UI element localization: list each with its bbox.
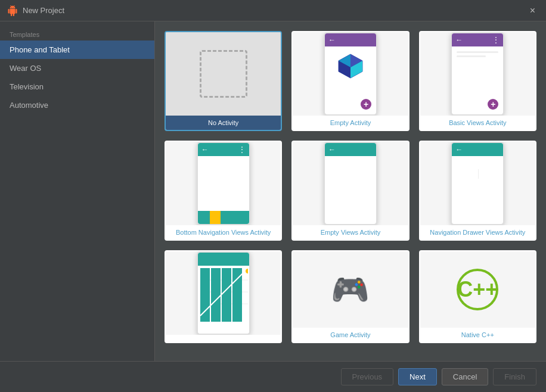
basic-phone-body (452, 46, 503, 64)
sidebar-section-label: Templates (0, 26, 154, 41)
finish-button[interactable]: Finish (493, 368, 536, 385)
footer: Previous Next Cancel Finish (0, 361, 546, 392)
chart-body (198, 266, 249, 331)
sidebar-item-television[interactable]: Television (0, 77, 154, 96)
chart-dots (200, 334, 247, 335)
basic-views-preview: ← ⋮ + (420, 32, 535, 116)
content-line-2 (457, 55, 486, 57)
back-arrow-bottomnav: ← (201, 145, 209, 154)
nav-drawer-label: Navigation Drawer Views Activity (427, 225, 528, 239)
sidebar: Templates Phone and Tablet Wear OS Telev… (0, 21, 155, 361)
chart-footer (198, 331, 249, 335)
template-card-basic-views[interactable]: ← ⋮ + Basic Views Activity (419, 31, 536, 131)
no-activity-label: No Activity (166, 116, 281, 130)
content-area: Templates Phone and Tablet Wear OS Telev… (0, 21, 546, 361)
template-card-empty-views[interactable]: ← Empty Views Activity (291, 141, 409, 241)
sidebar-item-phone-tablet[interactable]: Phone and Tablet (0, 41, 154, 59)
new-project-dialog: New Project × Templates Phone and Tablet… (0, 0, 546, 392)
phone-mockup-basic: ← ⋮ + (451, 32, 504, 116)
game-label: Game Activity (328, 328, 373, 342)
bottom-nav-label: Bottom Navigation Views Activity (173, 225, 273, 239)
dialog-title: New Project (23, 6, 64, 15)
phone-mockup-empty: ← (324, 32, 377, 116)
title-bar: New Project × (0, 0, 546, 21)
emptyviews-top-bar: ← (325, 143, 376, 156)
dot-1 (200, 334, 204, 335)
template-card-game[interactable]: 🎮 Game Activity (291, 250, 409, 343)
cpp-preview: C++ (420, 251, 535, 328)
cpp-logo: C++ (457, 269, 498, 310)
dot-3 (211, 334, 215, 335)
bottomnav-top-bar: ← ⋮ (198, 143, 249, 156)
no-activity-preview (166, 32, 281, 116)
chart-label (221, 335, 226, 342)
back-arrow-icon: ← (328, 36, 336, 44)
bottom-nav-preview: ← ⋮ (166, 142, 281, 225)
empty-views-label: Empty Views Activity (318, 225, 383, 239)
template-card-nav-drawer[interactable]: ← Navigatio (419, 141, 536, 241)
back-arrow-basic: ← (455, 36, 463, 44)
template-card-empty-activity[interactable]: ← (291, 31, 409, 131)
drawer-panel (452, 169, 479, 179)
phone-top-bar: ← (325, 33, 376, 46)
empty-activity-label: Empty Activity (328, 116, 373, 130)
template-card-cpp[interactable]: C++ Native C++ (419, 250, 536, 343)
cube-icon (336, 51, 365, 81)
game-preview: 🎮 (293, 251, 408, 328)
previous-button[interactable]: Previous (341, 368, 394, 385)
template-grid: No Activity ← (155, 21, 546, 361)
bottom-bar-accent (210, 211, 221, 224)
cancel-button[interactable]: Cancel (442, 368, 488, 385)
template-card-no-activity[interactable]: No Activity (165, 31, 282, 131)
phone-mockup-navdrawer: ← (451, 142, 504, 225)
dashed-rect-icon (200, 50, 247, 98)
game-controller-icon: 🎮 (331, 272, 370, 308)
empty-views-preview: ← (293, 142, 408, 225)
android-icon (7, 5, 18, 16)
dot-2 (206, 334, 209, 335)
next-button[interactable]: Next (398, 368, 437, 385)
svg-rect-9 (211, 268, 221, 322)
chart-svg (200, 268, 248, 322)
bottom-nav-bar (198, 211, 249, 224)
basic-views-label: Basic Views Activity (446, 116, 508, 130)
template-card-chart[interactable] (165, 250, 282, 343)
nav-drawer-preview: ← (420, 142, 535, 225)
cube-container (336, 51, 365, 83)
back-arrow-emptyviews: ← (328, 145, 336, 154)
empty-activity-preview: ← (293, 32, 408, 116)
sidebar-item-automotive[interactable]: Automotive (0, 96, 154, 114)
content-line-1 (457, 51, 498, 53)
chart-preview (166, 251, 281, 335)
phone-mockup-bottomnav: ← ⋮ (197, 142, 250, 225)
basic-fab: + (488, 99, 498, 110)
template-card-bottom-nav[interactable]: ← ⋮ Bottom Navigation Views Activity (165, 141, 282, 241)
cpp-label: Native C++ (459, 328, 497, 342)
phone-mockup-chart (197, 251, 250, 335)
back-arrow-navdrawer: ← (455, 145, 463, 154)
menu-dots-bottomnav: ⋮ (238, 145, 246, 154)
phone-mockup-emptyviews: ← (324, 142, 377, 225)
menu-dots-basic: ⋮ (492, 36, 500, 44)
main-area: No Activity ← (155, 21, 546, 361)
close-button[interactable]: × (526, 4, 539, 17)
basic-top-bar: ← ⋮ (452, 33, 503, 46)
chart-top-bar (198, 253, 249, 266)
sidebar-item-wear-os[interactable]: Wear OS (0, 59, 154, 77)
fab-button: + (361, 99, 371, 110)
svg-rect-10 (222, 268, 231, 322)
title-bar-left: New Project (7, 5, 64, 16)
navdrawer-top-bar: ← (452, 143, 503, 156)
